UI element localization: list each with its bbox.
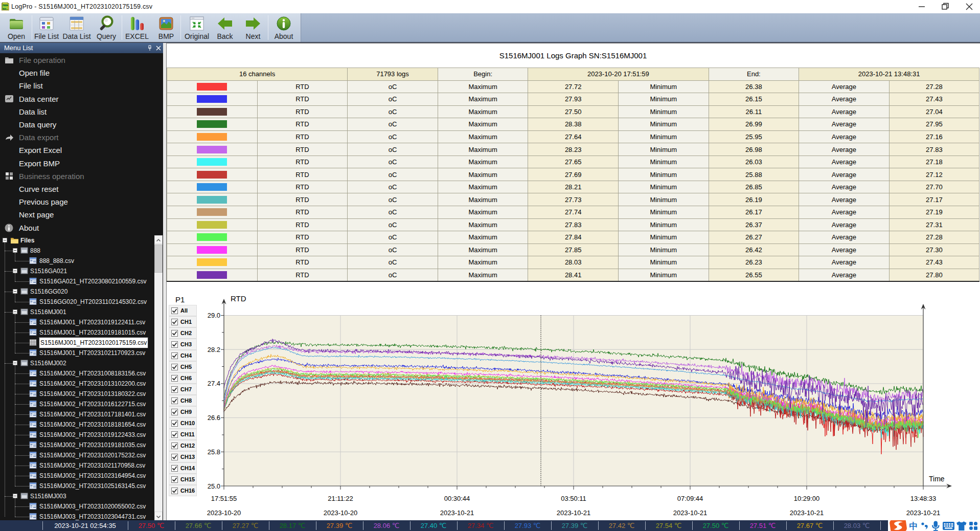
svg-text:17:51:55: 17:51:55 — [211, 495, 237, 502]
svg-text:21:11:22: 21:11:22 — [328, 495, 353, 502]
svg-text:00:30:44: 00:30:44 — [444, 495, 470, 502]
svg-text:中: 中 — [909, 521, 918, 531]
svg-text:25.0: 25.0 — [208, 482, 220, 490]
svg-text:27.4: 27.4 — [208, 380, 220, 387]
svg-text:RTD: RTD — [231, 294, 246, 303]
svg-text:29.0: 29.0 — [208, 312, 220, 319]
svg-text:2023-10-21: 2023-10-21 — [790, 509, 824, 517]
svg-text:2023-10-21: 2023-10-21 — [673, 509, 708, 517]
svg-text:28.2: 28.2 — [208, 346, 220, 353]
svg-text:2023-10-21: 2023-10-21 — [557, 509, 591, 517]
svg-text:Time: Time — [929, 475, 945, 483]
svg-text:03:50:11: 03:50:11 — [561, 495, 586, 502]
svg-text:2023-10-20: 2023-10-20 — [324, 509, 358, 517]
svg-text:13:48:33: 13:48:33 — [910, 495, 937, 502]
svg-text:log: log — [3, 5, 8, 9]
svg-text:10:29:00: 10:29:00 — [794, 495, 820, 502]
svg-text:07:09:44: 07:09:44 — [677, 495, 703, 502]
svg-text:2023-10-21: 2023-10-21 — [906, 509, 941, 517]
svg-text:2023-10-21: 2023-10-21 — [440, 509, 474, 517]
svg-text:25.8: 25.8 — [208, 448, 220, 456]
svg-text:26.6: 26.6 — [208, 414, 220, 422]
svg-text:2023-10-20: 2023-10-20 — [207, 509, 241, 517]
